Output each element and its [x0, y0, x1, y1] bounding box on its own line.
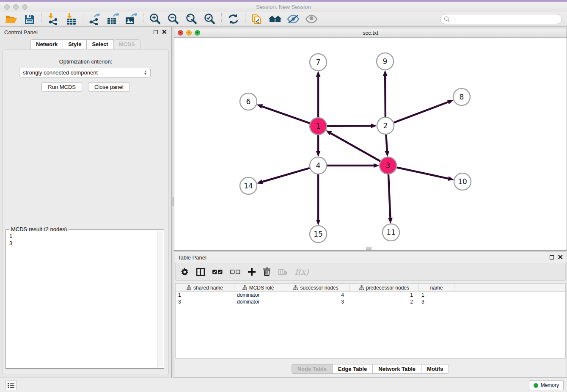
tab-edge-table[interactable]: Edge Table	[332, 364, 373, 374]
edge-3-11[interactable]	[388, 174, 391, 218]
cell-predecessor-nodes[interactable]: 1	[350, 292, 419, 298]
node-label: 1	[316, 122, 321, 130]
node-9[interactable]: 9	[377, 53, 394, 70]
export-image-icon	[125, 13, 138, 25]
cell-MCDS-role[interactable]: dominator	[234, 298, 282, 305]
close-table-panel-icon[interactable]: ✕	[558, 255, 563, 259]
show-all-button[interactable]	[304, 12, 319, 26]
eye-slash-icon	[287, 14, 300, 24]
network-window-titlebar[interactable]: × − + scc.txt	[174, 28, 567, 38]
table-panel-tabs: Node TableEdge TableNetwork TableMotifs	[174, 364, 567, 374]
export-table-icon	[107, 13, 119, 25]
column-header-successor-nodes[interactable]: successor nodes	[282, 284, 350, 292]
dropdown-stepper-icon: ▲▼	[144, 70, 147, 75]
import-table-button[interactable]	[63, 12, 79, 26]
node-6[interactable]: 6	[240, 93, 257, 110]
search-input[interactable]	[450, 15, 561, 23]
table-settings-button[interactable]	[181, 268, 189, 276]
open-session-button[interactable]	[3, 12, 19, 26]
cell-shared-name[interactable]: 3	[176, 298, 234, 305]
save-session-button[interactable]	[22, 12, 37, 26]
column-header-MCDS-role[interactable]: MCDS role	[234, 284, 282, 292]
network-resize-grip[interactable]	[366, 247, 372, 250]
column-header-predecessor-nodes[interactable]: predecessor nodes	[350, 284, 419, 292]
tab-network-table[interactable]: Network Table	[372, 364, 421, 374]
network-canvas[interactable]: 1234678910111415	[174, 38, 567, 250]
run-mcds-button[interactable]: Run MCDS	[41, 82, 82, 92]
node-7[interactable]: 7	[310, 54, 327, 71]
tab-style[interactable]: Style	[63, 39, 87, 49]
cell-name[interactable]: 1	[419, 292, 454, 298]
tab-select[interactable]: Select	[86, 39, 113, 49]
zoom-out-button[interactable]	[165, 12, 181, 26]
tab-mcds[interactable]: MCDS	[113, 39, 140, 49]
delete-column-button[interactable]	[263, 268, 270, 276]
cell-successor-nodes[interactable]: 3	[282, 298, 350, 305]
float-panel-icon[interactable]	[154, 30, 158, 34]
export-table-button[interactable]	[105, 12, 121, 26]
cell-name[interactable]: 3	[419, 298, 454, 305]
edge-3-10[interactable]	[397, 167, 449, 178]
network-graph[interactable]: 1234678910111415	[174, 38, 567, 250]
node-3[interactable]: 3	[380, 157, 396, 174]
task-history-button[interactable]	[5, 381, 17, 390]
close-panel-button[interactable]: Close panel	[88, 82, 130, 92]
edge-2-8[interactable]	[394, 102, 449, 123]
hide-selected-button[interactable]	[286, 12, 301, 26]
toolbar-separator	[83, 13, 83, 25]
edge-2-3[interactable]	[386, 135, 387, 151]
export-image-button[interactable]	[124, 12, 139, 26]
export-network-button[interactable]	[87, 12, 102, 26]
zoom-selected-button[interactable]	[202, 12, 217, 26]
import-network-button[interactable]	[45, 12, 61, 26]
edge-2-9[interactable]	[385, 76, 385, 117]
edge-4-14[interactable]	[262, 168, 310, 182]
select-all-rows-button[interactable]	[212, 270, 223, 274]
show-column-button[interactable]	[196, 268, 205, 276]
cell-successor-nodes[interactable]: 4	[282, 292, 350, 298]
function-builder-button[interactable]: f(x)	[295, 267, 309, 276]
delete-table-button[interactable]	[278, 269, 287, 275]
memory-status-icon	[534, 383, 538, 388]
close-panel-icon[interactable]: ✕	[162, 30, 167, 34]
network-window-title: scc.txt	[174, 30, 567, 36]
result-scrollbar[interactable]	[157, 231, 163, 367]
table-row[interactable]: 1dominator411	[176, 292, 565, 298]
column-header-shared-name[interactable]: shared name	[176, 284, 234, 292]
tab-node-table[interactable]: Node Table	[292, 364, 333, 374]
memory-button[interactable]: Memory	[529, 380, 564, 390]
edge-1-2[interactable]	[327, 126, 371, 126]
node-15[interactable]: 15	[310, 226, 327, 243]
deselect-all-rows-button[interactable]	[230, 270, 240, 274]
toolbar-separator	[221, 13, 222, 25]
zoom-fit-button[interactable]	[184, 12, 199, 26]
node-10[interactable]: 10	[454, 173, 471, 190]
tab-motifs[interactable]: Motifs	[421, 364, 449, 374]
import-table-icon	[66, 13, 77, 25]
float-table-panel-icon[interactable]	[550, 255, 554, 259]
criterion-dropdown[interactable]: strongly connected component ▲▼	[19, 68, 151, 77]
copy-network-button[interactable]	[249, 12, 264, 26]
edge-3-1[interactable]	[331, 133, 380, 161]
search-field[interactable]	[440, 14, 562, 24]
cell-predecessor-nodes[interactable]: 2	[350, 298, 419, 305]
node-4[interactable]: 4	[310, 157, 327, 174]
add-column-button[interactable]	[248, 268, 256, 276]
mcds-result-list[interactable]: 13	[7, 231, 157, 367]
node-8[interactable]: 8	[453, 88, 470, 105]
table-row[interactable]: 3dominator323	[176, 298, 565, 305]
main-titlebar: Session: New Session	[0, 2, 567, 12]
refresh-view-button[interactable]	[226, 12, 241, 26]
node-1[interactable]: 1	[310, 118, 327, 135]
cell-MCDS-role[interactable]: dominator	[234, 292, 282, 298]
node-label: 15	[314, 230, 323, 238]
tab-network[interactable]: Network	[30, 39, 63, 49]
home-layout-button[interactable]	[267, 12, 283, 26]
node-2[interactable]: 2	[377, 117, 394, 134]
column-header-name[interactable]: name	[419, 284, 454, 292]
zoom-in-button[interactable]	[147, 12, 162, 26]
cell-shared-name[interactable]: 1	[176, 292, 234, 298]
node-11[interactable]: 11	[383, 224, 399, 241]
node-14[interactable]: 14	[240, 177, 257, 194]
edge-1-6[interactable]	[262, 106, 310, 123]
